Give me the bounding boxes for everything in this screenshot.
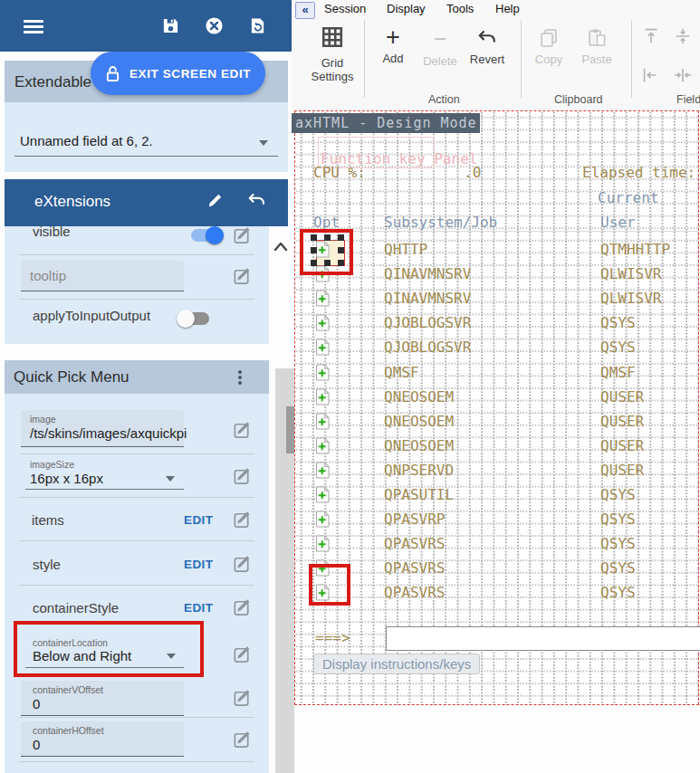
grid-settings-button[interactable]: Grid Settings [301,25,364,83]
doc-add-icon[interactable] [315,290,330,307]
group-clipboard-label: Clipboard [554,93,603,106]
visible-toggle[interactable] [191,229,222,242]
align-top-icon[interactable] [641,26,661,46]
menu-icon[interactable] [24,17,43,36]
cpu-label: CPU %: [313,165,366,180]
app-root: { "left": { "exit_button": "EXIT SCREEN … [0,0,700,773]
subsystem-cell: QNEOSOEM [384,438,454,453]
table-row: QHTTP QTMHHTTP [295,241,698,265]
delete-button[interactable]: − Delete [418,26,462,68]
undo-icon[interactable] [247,191,266,210]
edit-field-icon[interactable] [232,509,253,530]
table-row: QPASUTIL QSYS [295,486,698,511]
distribute-vertical-icon[interactable] [673,26,693,46]
display-instructions-link[interactable]: Display instructions/keys [313,654,480,674]
caret-down-icon [259,140,268,146]
exit-screen-edit-button[interactable]: EXIT SCREEN EDIT [91,52,265,95]
save-icon[interactable] [162,17,179,34]
design-canvas[interactable]: axHTML - Design Mode Function key Panel … [294,110,699,705]
containerhoffset-field[interactable]: containerHOffset 0 [21,721,184,757]
align-center-horizontal-icon[interactable] [673,65,693,85]
add-label: Add [375,52,411,65]
annotation-box-last-opt [309,564,350,606]
copy-icon [538,27,560,49]
user-cell: QUSER [600,414,644,429]
subsystem-cell: QPASVRS [384,536,445,551]
grid-settings-label: Grid Settings [301,56,364,83]
table-row: QJOBLOGSVR QSYS [295,314,698,339]
subsystem-cell: QNEOSOEM [384,414,454,429]
image-field[interactable]: image /ts/skins/images/axquickpi [21,410,184,447]
table-row: QMSF QMSF [295,364,698,388]
current-column-label: Current [598,190,658,205]
subsystem-cell: QHTTP [384,242,427,257]
collapse-icon[interactable]: « [295,2,315,19]
tooltip-field[interactable]: tooltip [21,261,184,291]
exit-screen-edit-label: EXIT SCREEN EDIT [129,67,251,81]
user-cell: QLWISVR [600,266,661,282]
edit-field-icon[interactable] [232,224,253,245]
copy-button[interactable]: Copy [529,27,569,66]
doc-add-icon[interactable] [315,462,330,479]
restore-icon[interactable] [249,17,266,34]
subsystem-cell: QINAVMNSRV [384,266,471,282]
subsystem-cell: QJOBLOGSVR [384,339,471,355]
table-row: QNEOSOEM QUSER [295,437,698,462]
apply-toggle[interactable] [178,312,209,325]
doc-add-icon[interactable] [315,511,330,528]
containervoffset-label: containerVOffset [33,684,103,695]
add-button[interactable]: + Add [375,24,411,65]
doc-add-icon[interactable] [315,364,330,381]
doc-add-icon[interactable] [315,437,330,454]
menu-tools[interactable]: Tools [446,2,474,15]
align-left-icon[interactable] [640,65,660,85]
edit-field-icon[interactable] [232,729,253,749]
edit-pencil-icon[interactable] [206,192,224,209]
doc-add-icon[interactable] [315,486,330,503]
edit-field-icon[interactable] [232,596,253,617]
menu-display[interactable]: Display [387,2,426,15]
edit-field-icon[interactable] [232,465,253,486]
doc-add-icon[interactable] [315,314,330,331]
unlock-icon [105,65,120,82]
quickpick-header: Quick Pick Menu [5,360,269,394]
edit-field-icon[interactable] [232,553,253,574]
command-input[interactable] [386,626,700,651]
style-edit-link[interactable]: EDIT [184,558,213,571]
scroll-up-icon[interactable] [273,239,289,255]
field-selector[interactable]: Unnamed field at 6, 2. [5,102,288,172]
more-vert-icon[interactable] [238,368,242,386]
doc-add-icon[interactable] [315,413,330,430]
imagesize-select[interactable]: imageSize 16px x 16px [21,457,184,490]
revert-button[interactable]: Revert [465,28,509,66]
user-cell: QSYS [600,585,636,600]
edit-field-icon[interactable] [232,265,253,286]
table-row: QINAVMNSRV QLWISVR [295,290,698,314]
containerstyle-edit-link[interactable]: EDIT [184,601,213,615]
revert-label: Revert [465,52,509,66]
table-row: QJOBLOGSVR QSYS [295,339,698,363]
close-icon[interactable] [206,17,223,34]
style-label: style [33,557,61,572]
doc-add-icon[interactable] [315,388,330,406]
edit-field-icon[interactable] [232,687,253,708]
extensions-header: eXtensions [5,179,288,226]
user-cell: QUSER [600,438,644,453]
items-edit-link[interactable]: EDIT [184,513,213,527]
delete-label: Delete [418,54,462,68]
table-row: QPASVRS QSYS [295,559,698,584]
doc-add-icon[interactable] [315,535,330,552]
user-cell: QSYS [600,315,636,330]
containervoffset-field[interactable]: containerVOffset 0 [21,681,184,716]
subsystem-cell: QPASVRP [384,511,445,527]
edit-field-icon[interactable] [232,419,253,440]
scrollbar-thumb[interactable] [286,406,294,453]
doc-add-icon[interactable] [315,339,330,356]
command-prompt: ===> [315,630,350,645]
menu-help[interactable]: Help [495,2,520,15]
menu-session[interactable]: Session [324,2,366,15]
paste-button[interactable]: Paste [577,27,617,66]
subsystem-cell: QMSF [384,365,419,380]
edit-field-icon[interactable] [232,644,253,664]
annotation-box-first-opt [300,229,353,275]
